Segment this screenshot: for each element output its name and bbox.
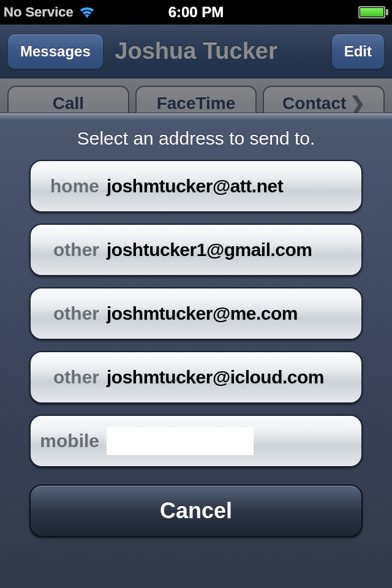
action-sheet: Select an address to send to. home joshm…	[0, 113, 392, 588]
address-label: home	[39, 176, 107, 197]
wifi-icon	[78, 6, 96, 19]
redacted-value	[107, 427, 254, 455]
address-value: joshmtucker@icloud.com	[107, 367, 324, 388]
status-bar: No Service 6:00 PM	[0, 0, 392, 24]
battery-icon	[358, 6, 388, 18]
address-option[interactable]: other joshmtucker@icloud.com	[29, 351, 363, 404]
address-label: other	[39, 303, 107, 324]
back-label: Messages	[20, 43, 91, 60]
address-option[interactable]: other joshtucker1@gmail.com	[29, 224, 363, 276]
address-label: other	[39, 367, 107, 388]
address-value: joshmtucker@me.com	[107, 303, 298, 324]
address-option[interactable]: mobile	[29, 415, 363, 467]
edit-label: Edit	[344, 43, 372, 60]
edit-button[interactable]: Edit	[331, 34, 385, 69]
cancel-label: Cancel	[160, 498, 232, 524]
address-label: mobile	[39, 431, 107, 451]
sheet-title: Select an address to send to.	[0, 113, 392, 160]
address-option[interactable]: other joshmtucker@me.com	[29, 287, 363, 340]
back-button[interactable]: Messages	[7, 34, 104, 69]
cancel-button[interactable]: Cancel	[29, 484, 363, 537]
address-value: joshmtucker@att.net	[107, 176, 283, 197]
address-label: other	[39, 239, 107, 260]
carrier-text: No Service	[4, 4, 74, 20]
address-value: joshtucker1@gmail.com	[107, 239, 312, 260]
address-option[interactable]: home joshmtucker@att.net	[29, 160, 363, 213]
